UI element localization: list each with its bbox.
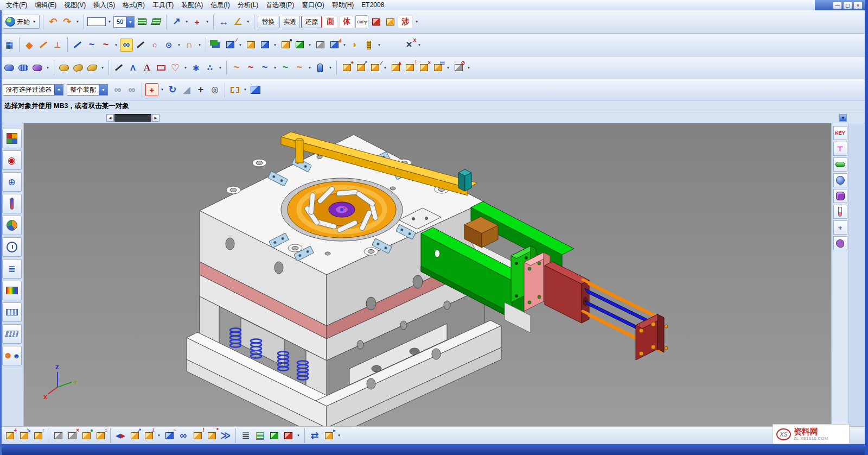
hydraulic-cylinder[interactable] — [524, 252, 668, 360]
right-scroll-column[interactable] — [848, 123, 865, 426]
tube-icon[interactable] — [314, 61, 327, 74]
isolate-component-icon[interactable] — [267, 429, 280, 442]
heart-spline-icon[interactable]: ♡ — [169, 61, 182, 74]
through-curve-mesh-icon[interactable] — [17, 61, 30, 74]
x-form-dropdown-icon[interactable]: ▼ — [417, 39, 422, 51]
combo-dropdown-icon[interactable]: ▼ — [54, 85, 63, 95]
spinner-dropdown-icon[interactable]: ▼ — [126, 17, 134, 27]
menu-analysis[interactable]: 分析(L) — [234, 0, 263, 10]
thread-icon[interactable] — [362, 39, 375, 52]
thermometer-icon[interactable] — [2, 194, 22, 213]
datum-plane-icon[interactable]: ◆ — [23, 39, 36, 52]
add-component-icon[interactable]: ↘ — [17, 429, 30, 442]
shaded-view-icon[interactable] — [249, 83, 262, 96]
unite-boolean-icon[interactable] — [209, 39, 222, 52]
project-curve-icon[interactable]: ~ — [258, 61, 271, 74]
sheet-dropdown-icon[interactable]: ▼ — [100, 62, 105, 74]
pie-chart-icon[interactable] — [2, 216, 22, 235]
text-icon[interactable]: A — [141, 61, 154, 74]
new-parent-icon[interactable]: ↑ — [31, 429, 44, 442]
wave-link-icon[interactable]: ~ — [163, 429, 176, 442]
start-button[interactable]: 开始 ▼ — [3, 15, 40, 29]
snap-dropdown-icon[interactable]: ▼ — [159, 84, 165, 96]
rectangle-icon[interactable] — [155, 61, 168, 74]
wedge-clip-icon[interactable]: ◢ — [180, 83, 193, 96]
macro-keyboard-icon[interactable] — [2, 324, 22, 344]
bridge-curve-icon[interactable]: ~ — [230, 61, 243, 74]
body-display-button[interactable]: 体 — [339, 16, 354, 28]
chamfer-icon[interactable]: ◢ — [328, 39, 341, 52]
close-icon[interactable]: × — [853, 2, 863, 9]
details-list-icon[interactable]: ≣ — [2, 259, 22, 279]
mold-wizard-icon[interactable] — [833, 236, 847, 250]
product-outline-icon[interactable] — [282, 429, 295, 442]
hide-component-icon[interactable]: ○ — [94, 429, 107, 442]
vector-icon[interactable]: ↗ — [170, 15, 183, 28]
spline-dropdown-icon[interactable]: ▼ — [113, 39, 119, 51]
circle-icon[interactable]: ○ — [148, 39, 161, 52]
unload-component-icon[interactable]: ⊘ — [452, 61, 465, 74]
show-component-icon[interactable]: ● — [80, 429, 93, 442]
sketch-icon[interactable] — [71, 39, 84, 52]
line-icon[interactable] — [134, 39, 147, 52]
dome-icon[interactable]: ◗ — [348, 39, 361, 52]
menu-edit[interactable]: 编辑(E) — [31, 0, 60, 10]
combo-dropdown-icon[interactable]: ▼ — [99, 85, 107, 95]
menu-assemblies[interactable]: 装配(A) — [177, 0, 207, 10]
spline-icon[interactable]: ~ — [99, 39, 112, 52]
hole-icon[interactable]: ● — [279, 39, 292, 52]
arc-icon[interactable]: ∩ — [183, 39, 196, 52]
materials-rainbow-icon[interactable] — [2, 281, 22, 300]
restore-button[interactable]: 还原 — [301, 16, 322, 28]
layer-spinner[interactable]: 50▼ — [113, 16, 135, 28]
swept-surface-icon[interactable] — [31, 61, 44, 74]
section-surface-icon[interactable] — [86, 61, 99, 74]
replace-reference-set-icon[interactable]: ⇄ — [308, 429, 321, 442]
scroll-thumb[interactable] — [114, 114, 151, 122]
constraint-navigator-icon[interactable]: ◉ — [2, 150, 22, 170]
measure-dropdown-icon[interactable]: ▼ — [245, 16, 251, 28]
sketch-grid-icon[interactable]: ▦ — [3, 39, 16, 52]
create-component-icon[interactable]: + — [3, 429, 16, 442]
menu-view[interactable]: 视图(V) — [60, 0, 90, 10]
circle-dropdown-icon[interactable]: ▼ — [176, 39, 182, 51]
section-curve-icon[interactable]: ~ — [293, 61, 306, 74]
link-curve-icon[interactable]: ∞ — [120, 39, 133, 52]
boolean-dropdown-icon[interactable]: ▼ — [238, 39, 243, 51]
through-curves-icon[interactable] — [72, 61, 85, 74]
gold-cube-icon[interactable] — [384, 15, 397, 28]
constraints-dropdown-icon[interactable]: ▼ — [156, 429, 162, 441]
polyline-icon[interactable]: Λ — [126, 61, 139, 74]
intersection-curve-icon[interactable]: ~ — [279, 61, 292, 74]
assembly-constraints-icon[interactable]: ⊥ — [142, 429, 155, 442]
mirror-assembly-icon[interactable]: ◂▸ — [114, 429, 127, 442]
extrude-icon[interactable] — [244, 39, 257, 52]
redo-dropdown-icon[interactable]: ▼ — [75, 16, 80, 28]
assembly-navigator-icon[interactable] — [2, 129, 22, 148]
measure-distance-icon[interactable]: ↔ — [217, 15, 230, 28]
unload-dropdown-icon[interactable]: ▼ — [466, 62, 471, 74]
swatch-dropdown-icon[interactable]: ▼ — [107, 16, 112, 28]
tube-dropdown-icon[interactable]: ▼ — [328, 62, 333, 74]
vector-dropdown-icon[interactable]: ▼ — [184, 16, 189, 28]
measure-angle-icon[interactable]: ∠ — [231, 15, 244, 28]
copy-icon[interactable]: CoPy — [355, 15, 368, 28]
curve-op-dropdown-icon[interactable]: ▼ — [272, 62, 278, 74]
assembly-structure-icon[interactable]: ≣ — [239, 429, 252, 442]
shell-icon[interactable] — [314, 39, 327, 52]
undo-icon[interactable]: ↶ — [47, 15, 60, 28]
roles-tool-icon[interactable]: ⊤ — [833, 142, 847, 156]
red-cube-icon[interactable] — [369, 15, 382, 28]
restore-icon[interactable]: ▢ — [843, 2, 852, 9]
x-form-icon[interactable]: ×x — [403, 39, 416, 52]
translucency-button[interactable]: 实透 — [279, 16, 300, 28]
revolve-icon[interactable] — [258, 39, 271, 52]
point-dropdown-icon[interactable]: ▼ — [205, 16, 210, 28]
pattern-component-icon[interactable]: ▤ — [431, 61, 444, 74]
minimize-icon[interactable]: — — [833, 2, 842, 9]
visualization-dice-icon[interactable] — [833, 189, 847, 203]
rectangle-select-icon[interactable] — [228, 83, 241, 96]
analysis-tube-icon[interactable] — [833, 205, 847, 219]
datum-csys-icon[interactable]: ⊥ — [51, 39, 64, 52]
reuse-library-icon[interactable] — [833, 157, 847, 172]
